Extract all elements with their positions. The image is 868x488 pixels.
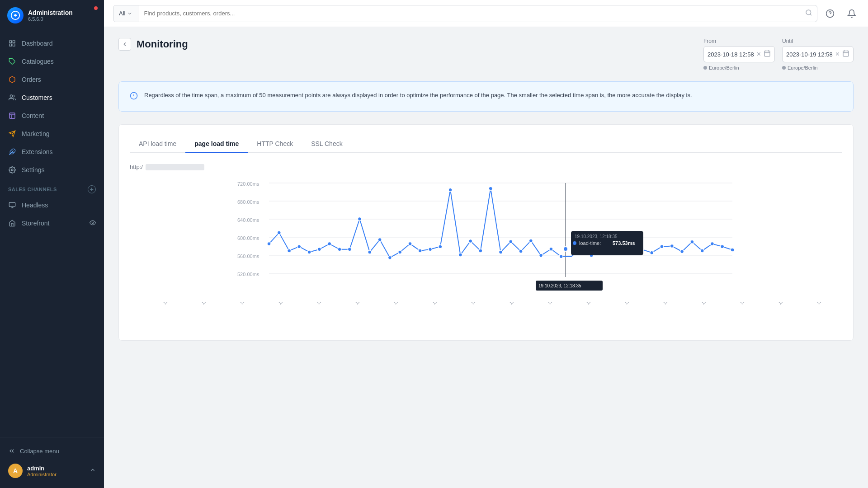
- tab-ssl-check[interactable]: SSL Check: [302, 136, 352, 153]
- tab-http-check[interactable]: HTTP Check: [248, 136, 302, 153]
- svg-text:520.00ms: 520.00ms: [237, 272, 259, 277]
- from-date-value: 2023-10-18 12:58: [708, 51, 754, 58]
- tab-page-load-time[interactable]: page load time: [185, 136, 248, 153]
- search-container: All: [113, 5, 817, 22]
- search-input[interactable]: [138, 10, 805, 17]
- until-timezone: Europe/Berlin: [782, 65, 854, 70]
- svg-point-17: [806, 10, 811, 15]
- svg-point-58: [398, 250, 402, 254]
- search-filter-dropdown[interactable]: All: [113, 5, 138, 22]
- user-initial: A: [13, 467, 18, 474]
- url-prefix: http:/: [130, 164, 143, 170]
- until-date-calendar-icon[interactable]: [842, 50, 849, 59]
- app-info: Administration 6.5.6.0: [28, 9, 73, 22]
- notification-dot: [94, 6, 98, 10]
- headless-label: Headless: [22, 202, 48, 209]
- tab-api-load-time[interactable]: API load time: [130, 136, 185, 153]
- sidebar-item-marketing[interactable]: Marketing: [0, 125, 104, 143]
- sidebar-item-headless[interactable]: Headless: [0, 196, 104, 214]
- sidebar-footer: Collapse menu A admin Administrator: [0, 437, 104, 488]
- tabs: API load time page load time HTTP Check …: [130, 136, 842, 153]
- svg-point-90: [731, 248, 734, 252]
- sidebar: Administration 6.5.6.0 Dashboard Catalog…: [0, 0, 104, 488]
- svg-point-52: [338, 248, 341, 251]
- search-icon: [805, 9, 817, 18]
- svg-text:19.10.2023, 12:18:35: 19.10.2023, 12:18:35: [575, 234, 618, 239]
- x-label: 19.10.2023, 12:00:39: [585, 302, 632, 321]
- sidebar-item-settings[interactable]: Settings: [0, 161, 104, 179]
- svg-point-73: [549, 247, 553, 251]
- until-date-field: Until 2023-10-19 12:58 × Europe/Berlin: [782, 38, 854, 70]
- chart-container: API load time page load time HTTP Check …: [118, 124, 854, 341]
- svg-point-57: [388, 256, 392, 259]
- svg-point-72: [539, 253, 543, 257]
- svg-rect-7: [9, 113, 15, 118]
- user-section[interactable]: A admin Administrator: [0, 459, 104, 483]
- sidebar-item-storefront[interactable]: Storefront: [0, 214, 104, 232]
- x-label: 19.10.2023, 11:00:55: [201, 302, 247, 321]
- app-name: Administration: [28, 9, 73, 17]
- svg-point-54: [358, 217, 362, 221]
- sidebar-item-orders[interactable]: Orders: [0, 70, 104, 89]
- x-label: 19.10.2023, 12:24:57: [739, 302, 786, 321]
- from-label: From: [703, 38, 775, 44]
- bell-icon[interactable]: [844, 6, 859, 21]
- help-icon[interactable]: [823, 6, 837, 21]
- monitoring-header: Monitoring From 2023-10-18 12:58 × Europ…: [118, 38, 854, 70]
- until-date-input[interactable]: 2023-10-19 12:58 ×: [782, 46, 854, 62]
- sidebar-item-dashboard[interactable]: Dashboard: [0, 34, 104, 52]
- collapse-label: Collapse menu: [20, 448, 59, 455]
- highlighted-dot: [563, 247, 568, 251]
- svg-point-85: [680, 250, 684, 253]
- svg-line-18: [810, 14, 811, 15]
- date-range: From 2023-10-18 12:58 × Europe/Berlin: [703, 38, 854, 70]
- svg-point-67: [489, 187, 492, 190]
- x-label: 19.10.2023, 11:12:36: [278, 302, 324, 321]
- svg-text:600.00ms: 600.00ms: [237, 235, 259, 241]
- from-date-calendar-icon[interactable]: [764, 50, 771, 59]
- collapse-menu-button[interactable]: Collapse menu: [0, 443, 104, 459]
- from-date-clear-button[interactable]: ×: [757, 50, 761, 58]
- user-info: admin Administrator: [27, 465, 57, 477]
- svg-text:640.00ms: 640.00ms: [237, 217, 259, 223]
- collapse-nav-button[interactable]: [118, 38, 131, 51]
- marketing-label: Marketing: [22, 130, 49, 137]
- sidebar-item-catalogues[interactable]: Catalogues: [0, 52, 104, 70]
- svg-point-64: [458, 253, 462, 257]
- storefront-icon: [8, 219, 16, 227]
- svg-point-59: [408, 242, 412, 246]
- svg-text:720.00ms: 720.00ms: [237, 181, 259, 187]
- storefront-eye-icon[interactable]: [90, 220, 96, 227]
- x-label: 19.10.2023, 11:30:57: [393, 302, 439, 321]
- x-label: 19.10.2023, 11:06:35: [239, 302, 286, 321]
- sidebar-item-content[interactable]: Content: [0, 107, 104, 125]
- from-date-input[interactable]: 2023-10-18 12:58 ×: [703, 46, 775, 62]
- svg-rect-4: [13, 44, 15, 46]
- sidebar-item-extensions[interactable]: Extensions: [0, 143, 104, 161]
- svg-rect-25: [843, 51, 849, 56]
- content-label: Content: [22, 112, 44, 119]
- svg-rect-21: [764, 51, 770, 56]
- svg-point-12: [11, 169, 13, 171]
- svg-point-61: [429, 248, 432, 251]
- svg-point-62: [439, 245, 442, 249]
- tz-dot-2: [782, 66, 786, 70]
- tz-dot: [703, 66, 707, 70]
- line-chart: 720.00ms 680.00ms 640.00ms 600.00ms 560.…: [130, 178, 842, 304]
- content-icon: [8, 112, 16, 120]
- sidebar-nav: Dashboard Catalogues Orders Customers Co…: [0, 31, 104, 437]
- orders-label: Orders: [22, 76, 41, 83]
- dashboard-icon: [8, 39, 16, 47]
- until-date-clear-button[interactable]: ×: [835, 50, 840, 58]
- svg-text:573.53ms: 573.53ms: [613, 240, 635, 246]
- page-area: Monitoring From 2023-10-18 12:58 × Europ…: [104, 27, 868, 488]
- svg-point-47: [288, 249, 291, 253]
- orders-icon: [8, 75, 16, 84]
- svg-point-69: [509, 240, 513, 244]
- main-content: All Monitoring: [104, 0, 868, 488]
- sidebar-item-customers[interactable]: Customers: [0, 89, 104, 107]
- info-icon: [130, 92, 138, 102]
- customers-label: Customers: [22, 94, 52, 101]
- url-blur: [146, 164, 204, 170]
- add-sales-channel-button[interactable]: +: [88, 185, 96, 193]
